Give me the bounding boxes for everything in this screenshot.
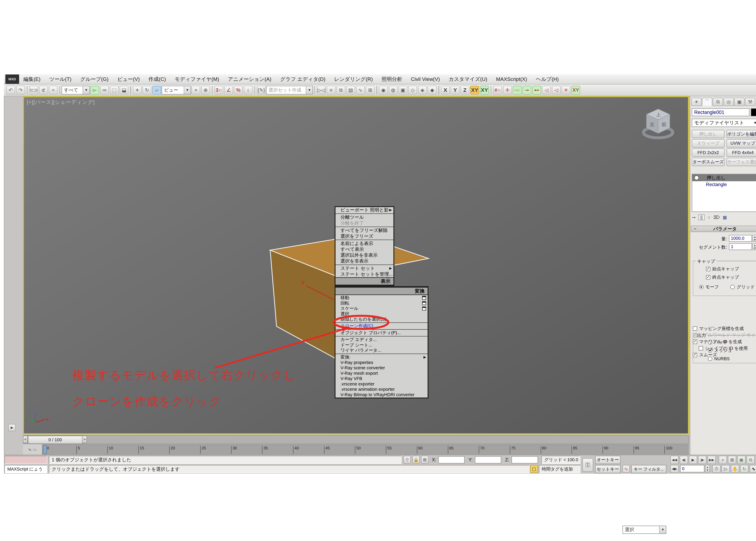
maxscript-mini-listener[interactable]: MAXScript にょう xyxy=(4,465,47,473)
context-menu-item[interactable]: 類似したものを選択(S) xyxy=(336,316,427,322)
parameter-checkbox[interactable]: シェイプの ID を使用 xyxy=(693,345,756,352)
context-menu-item[interactable]: すべてをフリーズ解除 xyxy=(336,228,393,234)
frozen-snap-icon[interactable]: ✳ xyxy=(561,86,570,95)
checkbox-icon[interactable] xyxy=(693,353,697,357)
current-frame-field[interactable]: 0 xyxy=(680,465,705,472)
set-keys-key-icon[interactable]: ⚿ xyxy=(582,458,593,472)
amount-spinner[interactable]: ▲▼ xyxy=(752,235,756,242)
go-to-end-icon[interactable]: ▶▶ xyxy=(707,456,716,464)
utilities-tab[interactable]: ⚒ xyxy=(745,98,755,106)
material-editor-icon[interactable]: ◉ xyxy=(379,86,388,95)
context-menu-item[interactable]: ステート セットを管理... xyxy=(336,271,393,277)
menubar-item[interactable]: グラフ エディタ(D) xyxy=(276,74,330,84)
selection-set-dropdown[interactable]: 選択▼ xyxy=(622,526,666,534)
next-key-icon[interactable]: |▶ xyxy=(698,456,706,464)
collapse-icon[interactable]: − xyxy=(694,226,696,232)
edge-snap-icon[interactable]: ⊸ xyxy=(522,86,531,95)
context-menu-item[interactable]: ビューポート 照明と影▶ xyxy=(336,207,393,213)
context-menu-item[interactable]: スケール xyxy=(336,306,427,311)
context-menu-item[interactable]: ドープ シート... xyxy=(336,342,427,348)
axis-constraint-z-button[interactable]: Z xyxy=(460,86,469,95)
absolute-mode-icon[interactable]: ⊞ xyxy=(421,456,428,464)
modifier-stack-row[interactable]: 押し出し xyxy=(692,174,756,181)
context-menu-item[interactable]: V-Ray properties xyxy=(336,360,427,365)
spinner-snap-icon[interactable]: ↕ xyxy=(244,86,253,95)
track-bar-ruler[interactable]: 0510152025303540455055606570758085909510… xyxy=(23,444,689,455)
modifier-set-button[interactable]: ポリゴンを編集 xyxy=(727,130,756,138)
modifier-on-off-bulb-icon[interactable] xyxy=(694,175,699,180)
render-quick-icon[interactable]: ◆ xyxy=(428,86,436,95)
menubar-item[interactable]: ビュー(V) xyxy=(113,74,144,84)
auto-key-button[interactable]: オートキー xyxy=(595,456,620,464)
parameter-checkbox[interactable]: マッピング座標を生成 xyxy=(693,325,756,332)
menubar-item[interactable]: 照明分析 xyxy=(377,74,406,84)
x-coord-field[interactable] xyxy=(438,456,464,463)
menubar-item[interactable]: レンダリング(R) xyxy=(330,74,377,84)
viewport-label[interactable]: [+][パース][シェーディング] xyxy=(27,99,95,106)
dropdown-arrow-icon[interactable]: ▼ xyxy=(184,86,191,94)
selection-lock-pin-icon[interactable]: ⚲ xyxy=(403,456,411,464)
zoom-region-icon[interactable]: ⌕ xyxy=(719,456,727,464)
select-and-scale-icon[interactable]: ▱ xyxy=(152,86,161,95)
zoom-all-icon[interactable]: ⊞ xyxy=(728,456,736,464)
context-menu-item[interactable]: ステート セット▶ xyxy=(336,266,393,271)
play-animation-icon[interactable]: ▶ xyxy=(689,456,697,464)
checkbox-icon[interactable] xyxy=(706,275,710,279)
modifier-set-button[interactable]: UVW マップ xyxy=(727,139,756,148)
object-color-swatch[interactable] xyxy=(751,108,756,116)
pan-view-icon[interactable]: ✋ xyxy=(731,465,739,473)
context-menu-item[interactable]: V-Ray Bitmap to VRayHDRI converter xyxy=(336,392,427,397)
layer-manager-icon[interactable]: ⧉ xyxy=(337,86,345,95)
vertex-snap-icon[interactable]: ▫∩ xyxy=(513,86,521,95)
context-menu-item[interactable]: 変換:▶ xyxy=(336,354,427,360)
unlink-selection-icon[interactable]: ⊄ xyxy=(39,86,48,95)
hierarchy-tab[interactable]: ⧉ xyxy=(713,98,723,106)
menubar-item[interactable]: MAXScript(X) xyxy=(492,74,532,84)
menubar-item[interactable]: モディファイヤ(M) xyxy=(170,74,224,84)
previous-key-icon[interactable]: ◀| xyxy=(680,456,688,464)
select-by-name-icon[interactable]: ≔ xyxy=(100,86,109,95)
cap-morph-radio[interactable]: モーフ xyxy=(699,284,719,290)
frame-spinner[interactable]: ▲▼ xyxy=(705,465,710,472)
menubar-item[interactable]: 編集(E) xyxy=(19,74,45,84)
context-menu-item[interactable]: .vrscene animation exporter xyxy=(336,387,427,392)
motion-tab[interactable]: ◎ xyxy=(723,98,734,106)
menubar-item[interactable]: Civil View(V) xyxy=(406,74,444,84)
pin-stack-icon[interactable]: ⊸ xyxy=(692,215,695,220)
segments-spinner[interactable]: ▲▼ xyxy=(752,243,756,250)
context-menu-item[interactable]: ワイヤ パラメータ... xyxy=(336,348,427,353)
set-key-button[interactable]: セットキー xyxy=(595,465,620,473)
current-frame-marker[interactable] xyxy=(43,445,47,454)
select-and-move-icon[interactable]: + xyxy=(133,86,142,95)
context-menu-item[interactable]: すべて表示 xyxy=(336,247,393,252)
modify-tab[interactable]: ⌒ xyxy=(702,98,712,106)
lock-selection-icon[interactable]: 🔒 xyxy=(412,456,419,464)
selection-filter-dropdown[interactable]: すべて▼ xyxy=(62,86,90,95)
mini-curve-editor-icon[interactable]: ∿ xyxy=(28,447,31,452)
field-of-view-icon[interactable]: ▷ xyxy=(722,465,730,473)
pivot-snap-icon[interactable]: ✛ xyxy=(503,86,512,95)
render-production-icon[interactable]: ◇ xyxy=(408,86,417,95)
menubar-item[interactable]: グループ(G) xyxy=(76,74,113,84)
select-and-link-icon[interactable]: ⊂⊃ xyxy=(29,86,38,95)
face-center-snap-icon[interactable]: ◁ xyxy=(552,86,561,95)
show-end-result-icon[interactable]: || xyxy=(698,214,704,220)
modifier-set-button[interactable]: ターボスムーズ xyxy=(692,158,724,166)
menubar-item[interactable]: アニメーション(A) xyxy=(224,74,276,84)
go-to-start-icon[interactable]: ◀◀ xyxy=(670,456,679,464)
modifier-list-dropdown[interactable]: モディファイヤリスト ▼ xyxy=(692,119,756,127)
context-menu-item[interactable]: 回転 xyxy=(336,300,427,306)
time-slider-track[interactable] xyxy=(23,435,689,444)
axis-constraint-xy-button[interactable]: XY xyxy=(470,86,479,95)
cap-grid-radio[interactable]: グリッド xyxy=(730,284,755,290)
radio-icon[interactable] xyxy=(730,285,735,289)
context-menu-item[interactable]: V-Ray VFB xyxy=(336,376,427,381)
align-icon[interactable]: ≡ xyxy=(327,86,336,95)
cap-end-checkbox[interactable]: 終点キャップ xyxy=(706,274,739,280)
checkbox-icon[interactable] xyxy=(693,339,697,344)
menubar-item[interactable]: ツール(T) xyxy=(45,74,76,84)
next-frame-arrow[interactable]: > xyxy=(82,436,87,443)
graphite-ribbon-icon[interactable]: ▤ xyxy=(346,86,355,95)
maxscript-mini-listener-macro[interactable] xyxy=(4,456,47,464)
context-menu-item[interactable]: .vrscene exporter xyxy=(336,381,427,387)
